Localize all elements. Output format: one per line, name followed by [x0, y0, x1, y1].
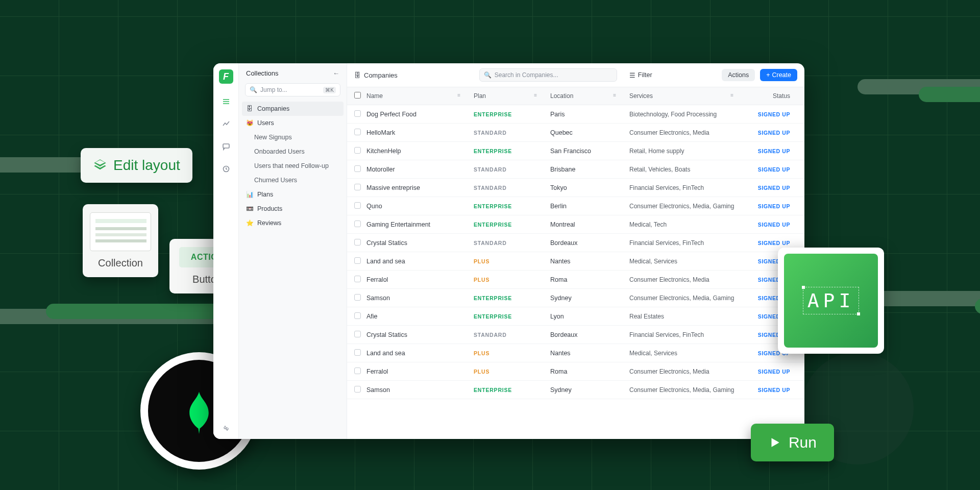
row-checkbox[interactable] — [354, 110, 361, 117]
sidebar-item[interactable]: Churned Users — [239, 173, 347, 187]
cell-plan: ENTERPRISE — [474, 111, 512, 117]
row-checkbox[interactable] — [354, 349, 361, 356]
cell-services: Consumer Electronics, Media, Gaming — [629, 203, 747, 210]
table-row[interactable]: QunoENTERPRISEBerlinConsumer Electronics… — [347, 197, 804, 215]
sidebar-item[interactable]: Onboarded Users — [239, 144, 347, 159]
filter-button[interactable]: ☰ Filter — [629, 71, 652, 79]
col-name[interactable]: Name — [366, 92, 383, 100]
jump-kbd-badge: ⌘K — [323, 87, 336, 93]
table-row[interactable]: AfieENTERPRISELyonReal EstatesSIGNED UP — [347, 307, 804, 326]
table-row[interactable]: Dog Perfect FoodENTERPRISEParisBiotechno… — [347, 105, 804, 124]
table-row[interactable]: Gaming EntertainmentENTERPRISEMontrealMe… — [347, 215, 804, 234]
table-row[interactable]: FerralolPLUSRomaConsumer Electronics, Me… — [347, 362, 804, 381]
table-row[interactable]: Crystal StaticsSTANDARDBordeauxFinancial… — [347, 234, 804, 252]
collection-preview-icon — [90, 212, 151, 251]
sidebar-item[interactable]: 🗄Companies — [242, 102, 344, 116]
cell-name: Land and sea — [366, 258, 474, 265]
table-row[interactable]: MotorollerSTANDARDBrisbaneRetail, Vehicl… — [347, 160, 804, 179]
select-all-checkbox[interactable] — [354, 92, 361, 99]
table-row[interactable]: FerralolPLUSRomaConsumer Electronics, Me… — [347, 271, 804, 289]
cell-location: Sydney — [550, 295, 629, 302]
sidebar-back-icon[interactable]: ← — [333, 69, 339, 77]
search-input[interactable]: 🔍 Search in Companies... — [479, 68, 617, 82]
run-button[interactable]: Run — [751, 424, 834, 461]
rail-history-icon[interactable] — [222, 164, 231, 174]
cell-status: SIGNED UP — [758, 148, 790, 154]
collection-block-card[interactable]: Collection — [83, 204, 158, 277]
cell-services: Retail, Vehicles, Boats — [629, 166, 747, 173]
table-body: Dog Perfect FoodENTERPRISEParisBiotechno… — [347, 105, 804, 439]
row-checkbox[interactable] — [354, 386, 361, 393]
sidebar-item[interactable]: 📼Products — [239, 202, 347, 216]
table-row[interactable]: Massive entrepriseSTANDARDTokyoFinancial… — [347, 179, 804, 197]
table-row[interactable]: KitchenHelpENTERPRISESan FranciscoRetail… — [347, 142, 804, 160]
sidebar-item-label: Onboarded Users — [254, 148, 305, 155]
row-checkbox[interactable] — [354, 184, 361, 190]
row-checkbox[interactable] — [354, 147, 361, 154]
cell-name: Ferralol — [366, 368, 474, 375]
row-checkbox[interactable] — [354, 312, 361, 319]
col-location[interactable]: Location — [550, 92, 573, 100]
cell-location: Bordeaux — [550, 331, 629, 338]
row-checkbox[interactable] — [354, 239, 361, 246]
cell-status: SIGNED UP — [758, 203, 790, 209]
cell-status: SIGNED UP — [758, 130, 790, 136]
table-row[interactable]: Crystal StaticsSTANDARDBordeauxFinancial… — [347, 326, 804, 344]
filter-icon[interactable]: ≡ — [613, 92, 616, 100]
rail-settings-icon[interactable] — [222, 424, 231, 433]
cell-name: Gaming Entertainment — [366, 221, 474, 228]
toolbar: 🗄 Companies 🔍 Search in Companies... ☰ F… — [347, 63, 804, 87]
api-label: API — [803, 287, 860, 314]
jump-to-input[interactable]: 🔍 Jump to... ⌘K — [245, 83, 340, 96]
cell-name: Land and sea — [366, 350, 474, 357]
row-checkbox[interactable] — [354, 129, 361, 135]
cell-services: Retail, Home supply — [629, 148, 747, 155]
actions-button[interactable]: Actions — [722, 69, 755, 81]
row-checkbox[interactable] — [354, 257, 361, 264]
rail-analytics-icon[interactable] — [222, 119, 231, 129]
table-row[interactable]: SamsonENTERPRISESydneyConsumer Electroni… — [347, 381, 804, 399]
app-logo[interactable]: F — [219, 69, 233, 84]
cell-location: Roma — [550, 368, 629, 375]
col-services[interactable]: Services — [629, 92, 653, 100]
sidebar-item[interactable]: ⭐Reviews — [239, 216, 347, 230]
sidebar-item[interactable]: 😻Users — [239, 116, 347, 130]
filter-icon[interactable]: ≡ — [534, 92, 537, 100]
filter-icon[interactable]: ≡ — [457, 92, 460, 100]
layers-icon — [93, 158, 107, 173]
play-icon — [768, 436, 781, 449]
plus-icon: + — [766, 71, 770, 79]
cell-plan: PLUS — [474, 369, 489, 375]
sidebar-item[interactable]: New Signups — [239, 130, 347, 144]
sidebar-item[interactable]: 📊Plans — [239, 187, 347, 202]
row-checkbox[interactable] — [354, 220, 361, 227]
rail-collections-icon[interactable] — [222, 97, 231, 106]
sidebar-item[interactable]: Users that need Follow-up — [239, 159, 347, 173]
cell-name: HelloMark — [366, 129, 474, 136]
search-icon: 🔍 — [484, 71, 492, 79]
row-checkbox[interactable] — [354, 331, 361, 337]
row-checkbox[interactable] — [354, 368, 361, 374]
cell-plan: STANDARD — [474, 130, 507, 136]
cell-location: Roma — [550, 276, 629, 283]
edit-layout-label: Edit layout — [113, 157, 180, 174]
edit-layout-badge[interactable]: Edit layout — [81, 148, 192, 183]
cell-location: Brisbane — [550, 166, 629, 173]
table-row[interactable]: Land and seaPLUSNantesMedical, ServicesS… — [347, 252, 804, 271]
create-button[interactable]: + Create — [760, 69, 797, 81]
col-plan[interactable]: Plan — [474, 92, 486, 100]
row-checkbox[interactable] — [354, 276, 361, 282]
sidebar-item-label: Companies — [257, 105, 289, 112]
row-checkbox[interactable] — [354, 294, 361, 301]
table-row[interactable]: HelloMarkSTANDARDQuebecConsumer Electron… — [347, 124, 804, 142]
cell-name: Dog Perfect Food — [366, 111, 474, 118]
col-status[interactable]: Status — [773, 92, 790, 100]
row-checkbox[interactable] — [354, 165, 361, 172]
cell-plan: STANDARD — [474, 166, 507, 173]
rail-chat-icon[interactable] — [222, 142, 231, 151]
cell-services: Real Estates — [629, 313, 747, 320]
row-checkbox[interactable] — [354, 202, 361, 209]
table-row[interactable]: SamsonENTERPRISESydneyConsumer Electroni… — [347, 289, 804, 307]
filter-icon[interactable]: ≡ — [730, 92, 733, 100]
table-row[interactable]: Land and seaPLUSNantesMedical, ServicesS… — [347, 344, 804, 362]
